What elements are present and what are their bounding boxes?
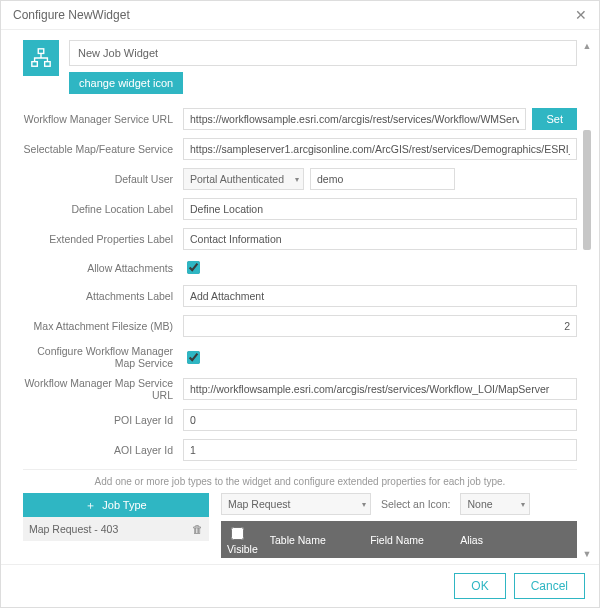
wm-service-url-label: Workflow Manager Service URL xyxy=(23,113,183,125)
col-table-name: Table Name xyxy=(264,521,364,558)
svg-rect-2 xyxy=(45,62,50,67)
job-type-icon-select-wrap[interactable]: None xyxy=(460,493,530,515)
trash-icon[interactable]: 🗑 xyxy=(192,523,203,535)
default-user-input[interactable] xyxy=(310,168,455,190)
allow-attachments-checkbox[interactable] xyxy=(187,261,200,274)
wm-service-url-input[interactable] xyxy=(183,108,526,130)
default-user-mode-select[interactable]: Portal Authenticated xyxy=(183,168,304,190)
plus-icon: ＋ xyxy=(85,498,96,513)
config-wm-map-checkbox[interactable] xyxy=(187,351,200,364)
scroll-thumb[interactable] xyxy=(583,130,591,250)
ext-props-table: Visible Table Name Field Name Alias sde.… xyxy=(221,521,577,564)
col-alias: Alias xyxy=(454,521,577,558)
define-location-input[interactable] xyxy=(183,198,577,220)
row-table-name: sde.wmx.extprops xyxy=(264,558,364,564)
widget-name-input[interactable] xyxy=(69,40,577,66)
dialog-title: Configure NewWidget xyxy=(13,8,130,22)
allow-attachments-label: Allow Attachments xyxy=(23,262,183,274)
svg-rect-1 xyxy=(32,62,37,67)
set-button[interactable]: Set xyxy=(532,108,577,130)
wm-map-url-label: Workflow Manager Map Service URL xyxy=(23,377,183,401)
add-job-type-label: Job Type xyxy=(102,499,146,511)
row-alias: Contact Email xyxy=(454,558,577,564)
row-field-name: contact_email xyxy=(364,558,454,564)
configure-widget-dialog: Configure NewWidget ✕ change widget icon… xyxy=(0,0,600,608)
attachments-label-input[interactable] xyxy=(183,285,577,307)
default-user-label: Default User xyxy=(23,173,183,185)
scroll-down-arrow-icon[interactable]: ▼ xyxy=(581,548,593,560)
max-attach-size-label: Max Attachment Filesize (MB) xyxy=(23,320,183,332)
job-type-item-label: Map Request - 403 xyxy=(29,523,118,535)
col-visible: Visible xyxy=(227,543,258,555)
job-type-select-wrap[interactable]: Map Request xyxy=(221,493,371,515)
job-type-select[interactable]: Map Request xyxy=(221,493,371,515)
selectable-map-label: Selectable Map/Feature Service xyxy=(23,143,183,155)
widget-icon-tile xyxy=(23,40,59,76)
add-job-type-button[interactable]: ＋ Job Type xyxy=(23,493,209,517)
select-icon-label: Select an Icon: xyxy=(381,498,450,510)
aoi-layer-input[interactable] xyxy=(183,439,577,461)
cancel-button[interactable]: Cancel xyxy=(514,573,585,599)
ok-button[interactable]: OK xyxy=(454,573,505,599)
visible-header-checkbox[interactable] xyxy=(231,527,244,540)
poi-layer-input[interactable] xyxy=(183,409,577,431)
close-icon[interactable]: ✕ xyxy=(575,7,587,23)
selectable-map-input[interactable] xyxy=(183,138,577,160)
attachments-label-label: Attachments Label xyxy=(23,290,183,302)
dialog-body: change widget icon Workflow Manager Serv… xyxy=(1,30,599,564)
change-widget-icon-button[interactable]: change widget icon xyxy=(69,72,183,94)
ext-props-input[interactable] xyxy=(183,228,577,250)
dialog-footer: OK Cancel xyxy=(1,564,599,607)
job-type-icon-select[interactable]: None xyxy=(460,493,530,515)
table-row: sde.wmx.extprops contact_email Contact E… xyxy=(221,558,577,564)
col-field-name: Field Name xyxy=(364,521,454,558)
default-user-mode-select-wrap[interactable]: Portal Authenticated xyxy=(183,168,304,190)
wm-map-url-input[interactable] xyxy=(183,378,577,400)
ext-props-label: Extended Properties Label xyxy=(23,233,183,245)
scroll-up-arrow-icon[interactable]: ▲ xyxy=(581,40,593,52)
org-chart-icon xyxy=(30,47,52,69)
poi-layer-label: POI Layer Id xyxy=(23,414,183,426)
dialog-titlebar: Configure NewWidget ✕ xyxy=(1,1,599,30)
job-type-help-text: Add one or more job types to the widget … xyxy=(23,476,577,487)
vertical-scrollbar[interactable]: ▲ ▼ xyxy=(581,40,593,560)
svg-rect-0 xyxy=(38,49,44,54)
config-wm-map-label: Configure Workflow Manager Map Service xyxy=(23,345,183,369)
job-type-list-item[interactable]: Map Request - 403 🗑 xyxy=(23,517,209,541)
define-location-label: Define Location Label xyxy=(23,203,183,215)
aoi-layer-label: AOI Layer Id xyxy=(23,444,183,456)
max-attach-size-input[interactable] xyxy=(183,315,577,337)
